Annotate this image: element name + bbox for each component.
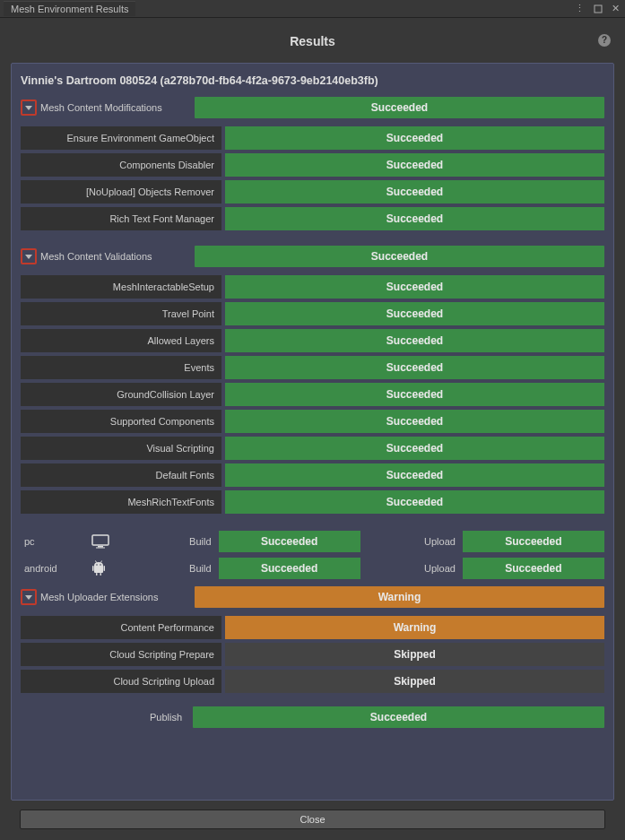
result-label: [NoUpload] Objects Remover bbox=[21, 180, 221, 204]
android-icon bbox=[91, 560, 116, 576]
chevron-down-icon bbox=[25, 106, 32, 110]
result-row: EventsSucceeded bbox=[21, 356, 604, 379]
expand-toggle[interactable] bbox=[21, 589, 37, 605]
menu-icon[interactable]: ⋮ bbox=[573, 3, 586, 14]
result-label: MeshRichTextFonts bbox=[21, 490, 221, 514]
help-icon[interactable]: ? bbox=[598, 34, 611, 47]
result-row: MeshInteractableSetupSucceeded bbox=[21, 275, 604, 299]
result-label: Cloud Scripting Prepare bbox=[21, 643, 221, 666]
svg-point-5 bbox=[100, 564, 102, 566]
close-button[interactable]: Close bbox=[20, 810, 605, 829]
maximize-icon[interactable] bbox=[592, 4, 604, 13]
result-row: Cloud Scripting UploadSkipped bbox=[21, 670, 604, 693]
result-row: MeshRichTextFontsSucceeded bbox=[21, 490, 604, 514]
svg-rect-8 bbox=[96, 573, 98, 576]
status-badge: Succeeded bbox=[195, 97, 604, 118]
result-row: Supported ComponentsSucceeded bbox=[21, 410, 604, 433]
svg-rect-7 bbox=[104, 566, 106, 571]
result-row: Travel PointSucceeded bbox=[21, 302, 604, 325]
expand-toggle[interactable] bbox=[21, 248, 37, 264]
result-label: MeshInteractableSetup bbox=[21, 275, 221, 299]
svg-rect-2 bbox=[98, 546, 103, 548]
svg-rect-3 bbox=[96, 548, 105, 549]
status-badge: Succeeded bbox=[225, 275, 604, 299]
section-uploader[interactable]: Mesh Uploader Extensions Warning bbox=[21, 585, 604, 609]
result-row: Components DisablerSucceeded bbox=[21, 153, 604, 177]
publish-label: Publish bbox=[21, 712, 189, 723]
status-badge: Succeeded bbox=[463, 558, 604, 579]
result-label: Cloud Scripting Upload bbox=[21, 670, 221, 693]
build-label: Build bbox=[119, 536, 214, 547]
result-row: [NoUpload] Objects RemoverSucceeded bbox=[21, 180, 604, 204]
svg-line-10 bbox=[96, 561, 97, 563]
status-badge: Succeeded bbox=[219, 558, 360, 579]
status-badge: Succeeded bbox=[225, 490, 604, 514]
platform-name: pc bbox=[21, 536, 88, 547]
status-badge: Succeeded bbox=[225, 410, 604, 433]
svg-rect-9 bbox=[100, 573, 102, 576]
publish-row: Publish Succeeded bbox=[21, 706, 604, 729]
chevron-down-icon bbox=[25, 255, 32, 259]
result-row: Visual ScriptingSucceeded bbox=[21, 437, 604, 460]
status-badge: Succeeded bbox=[225, 463, 604, 487]
build-label: Build bbox=[119, 563, 214, 574]
chevron-down-icon bbox=[25, 595, 32, 600]
result-label: Allowed Layers bbox=[21, 329, 221, 352]
project-title: Vinnie's Dartroom 080524 (a278b70d-fb64-… bbox=[21, 73, 604, 91]
status-badge: Succeeded bbox=[463, 531, 604, 552]
svg-line-11 bbox=[101, 561, 102, 563]
upload-label: Upload bbox=[364, 563, 459, 574]
section-validations[interactable]: Mesh Content Validations Succeeded bbox=[21, 245, 604, 268]
status-badge: Succeeded bbox=[225, 356, 604, 379]
svg-point-4 bbox=[97, 564, 99, 566]
result-row: Default FontsSucceeded bbox=[21, 463, 604, 487]
page-title: Results bbox=[290, 34, 335, 48]
window-tab[interactable]: Mesh Environment Results bbox=[4, 1, 135, 16]
status-badge: Succeeded bbox=[225, 302, 604, 325]
expand-toggle[interactable] bbox=[21, 100, 37, 116]
section-label: Mesh Content Modifications bbox=[40, 102, 191, 113]
result-label: Travel Point bbox=[21, 302, 221, 325]
result-row: Allowed LayersSucceeded bbox=[21, 329, 604, 352]
result-label: Rich Text Font Manager bbox=[21, 207, 221, 230]
status-badge: Succeeded bbox=[225, 126, 604, 150]
result-label: GroundCollision Layer bbox=[21, 383, 221, 406]
section-label: Mesh Content Validations bbox=[40, 251, 191, 262]
status-badge: Skipped bbox=[225, 643, 604, 666]
status-badge: Warning bbox=[225, 616, 604, 639]
upload-label: Upload bbox=[364, 536, 459, 547]
result-row: Ensure Environment GameObjectSucceeded bbox=[21, 126, 604, 150]
result-row: Content PerformanceWarning bbox=[21, 616, 604, 639]
status-badge: Succeeded bbox=[225, 329, 604, 352]
titlebar: Mesh Environment Results ⋮ ✕ bbox=[0, 0, 625, 18]
svg-rect-6 bbox=[92, 566, 94, 571]
platform-row: androidBuildSucceededUploadSucceeded bbox=[21, 557, 604, 580]
section-modifications[interactable]: Mesh Content Modifications Succeeded bbox=[21, 96, 604, 119]
status-badge: Succeeded bbox=[225, 180, 604, 204]
status-badge: Skipped bbox=[225, 670, 604, 693]
result-label: Supported Components bbox=[21, 410, 221, 433]
result-label: Visual Scripting bbox=[21, 437, 221, 460]
result-label: Content Performance bbox=[21, 616, 221, 639]
result-label: Components Disabler bbox=[21, 153, 221, 177]
section-label: Mesh Uploader Extensions bbox=[40, 592, 191, 602]
status-badge: Succeeded bbox=[195, 246, 604, 267]
panel-header: Results ? bbox=[11, 29, 614, 57]
result-label: Events bbox=[21, 356, 221, 379]
svg-rect-0 bbox=[595, 5, 602, 13]
platform-name: android bbox=[21, 563, 88, 574]
result-row: Rich Text Font ManagerSucceeded bbox=[21, 207, 604, 230]
status-badge: Succeeded bbox=[225, 153, 604, 177]
status-badge: Succeeded bbox=[225, 207, 604, 230]
close-window-icon[interactable]: ✕ bbox=[610, 3, 621, 14]
results-panel: Vinnie's Dartroom 080524 (a278b70d-fb64-… bbox=[11, 63, 614, 801]
platform-row: pcBuildSucceededUploadSucceeded bbox=[21, 530, 604, 553]
result-label: Default Fonts bbox=[21, 463, 221, 487]
result-row: Cloud Scripting PrepareSkipped bbox=[21, 643, 604, 666]
result-row: GroundCollision LayerSucceeded bbox=[21, 383, 604, 406]
status-badge: Succeeded bbox=[225, 437, 604, 460]
status-badge: Succeeded bbox=[225, 383, 604, 406]
monitor-icon bbox=[91, 534, 116, 549]
status-badge: Succeeded bbox=[193, 706, 604, 728]
result-label: Ensure Environment GameObject bbox=[21, 126, 221, 150]
